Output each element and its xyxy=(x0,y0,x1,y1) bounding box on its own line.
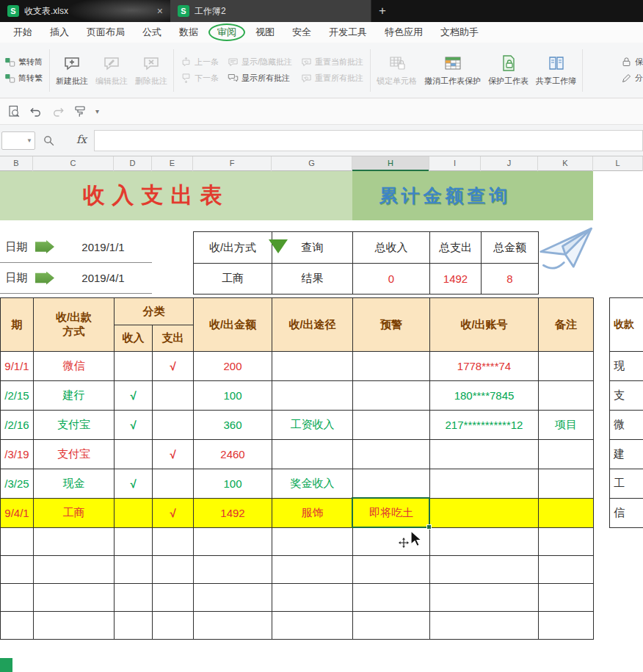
menu-insert[interactable]: 插入 xyxy=(41,22,78,43)
undo-icon[interactable] xyxy=(29,105,43,118)
name-box-arrow-icon[interactable]: ▼ xyxy=(26,137,32,144)
new-comment-button[interactable]: 新建批注 xyxy=(52,53,92,88)
reset-all-comments-button[interactable]: 重置所有批注 xyxy=(301,73,363,84)
side-table-item[interactable]: 支 xyxy=(610,381,643,411)
share-workbook-button[interactable]: 共享工作簿 xyxy=(532,53,580,88)
menu-special-features[interactable]: 特色应用 xyxy=(376,22,432,43)
edit-comment-button[interactable]: 编辑批注 xyxy=(92,53,131,88)
total-expense-value-cell[interactable]: 1492 xyxy=(430,264,482,295)
menu-data[interactable]: 数据 xyxy=(170,22,207,43)
empty-row[interactable] xyxy=(1,556,594,584)
zoom-search-icon[interactable] xyxy=(43,134,55,147)
chevron-down-icon[interactable]: ▾ xyxy=(95,107,99,115)
cell-note xyxy=(539,469,594,499)
header-expense[interactable]: 支出 xyxy=(153,325,194,352)
column-header-E[interactable]: E xyxy=(152,156,193,171)
new-document-tab-button[interactable]: + xyxy=(371,0,393,22)
column-header-G[interactable]: G xyxy=(272,156,352,171)
previous-comment-button[interactable]: 上一条 xyxy=(181,57,219,68)
total-expense-header-cell[interactable]: 总支出 xyxy=(430,232,482,264)
table-row[interactable]: /2/15 建行 √ 100 180****7845 xyxy=(1,381,594,411)
table-row[interactable]: /3/25 现金 √ 100 奖金收入 xyxy=(1,469,594,499)
document-tab-workbook2[interactable]: S 工作簿2 xyxy=(170,0,371,22)
menu-developer[interactable]: 开发工具 xyxy=(320,22,376,43)
delete-comment-button[interactable]: 删除批注 xyxy=(131,53,171,88)
table-row[interactable]: /3/19 支付宝 √ 2460 xyxy=(1,440,594,469)
column-header-I[interactable]: I xyxy=(429,156,481,171)
quick-access-toolbar: ▾ xyxy=(0,98,643,125)
menu-home[interactable]: 开始 xyxy=(4,22,41,43)
format-painter-icon[interactable] xyxy=(73,105,87,118)
header-date[interactable]: 期 xyxy=(1,298,34,352)
side-table-header[interactable]: 收款 xyxy=(610,298,643,352)
header-account[interactable]: 收/出账号 xyxy=(430,298,539,352)
menu-doc-assistant[interactable]: 文档助手 xyxy=(432,22,487,43)
formula-input[interactable] xyxy=(94,130,643,151)
end-date-cell[interactable]: 2019/4/1 xyxy=(54,272,152,284)
protect-sheet-button[interactable]: 保护工作表 xyxy=(484,53,532,88)
menu-view[interactable]: 视图 xyxy=(247,22,283,43)
column-header-K[interactable]: K xyxy=(538,156,593,171)
header-warning[interactable]: 预警 xyxy=(353,298,430,352)
total-amount-value-cell[interactable]: 8 xyxy=(482,264,539,295)
column-header-H[interactable]: H xyxy=(352,156,429,171)
simplified-to-traditional-button[interactable]: 简转繁 xyxy=(4,73,43,84)
sheet-tab-indicator[interactable] xyxy=(0,658,12,672)
lock-cell-button[interactable]: 锁定单元格 xyxy=(373,53,421,88)
button-label: 共享工作簿 xyxy=(536,76,576,87)
total-amount-header-cell[interactable]: 总金额 xyxy=(482,232,539,264)
header-income[interactable]: 收入 xyxy=(115,325,153,352)
name-box[interactable]: ▼ xyxy=(1,131,35,150)
empty-row[interactable] xyxy=(1,528,594,556)
result-label-cell[interactable]: 结果 xyxy=(272,264,353,295)
reset-current-comment-button[interactable]: 重置当前批注 xyxy=(301,57,363,68)
side-table-item[interactable]: 工 xyxy=(610,469,643,499)
method-value-cell[interactable]: 工商 xyxy=(194,264,272,295)
total-income-header-cell[interactable]: 总收入 xyxy=(353,232,430,264)
method-label-cell[interactable]: 收/出方式 xyxy=(194,232,272,264)
empty-row[interactable] xyxy=(1,584,594,612)
column-header-F[interactable]: F xyxy=(193,156,272,171)
comment-x-icon xyxy=(142,54,160,72)
print-preview-icon[interactable] xyxy=(7,105,21,118)
show-hide-comment-button[interactable]: 显示/隐藏批注 xyxy=(228,57,292,68)
empty-row[interactable] xyxy=(1,612,594,640)
total-income-value-cell[interactable]: 0 xyxy=(353,264,430,295)
header-method[interactable]: 收/出款 方式 xyxy=(34,298,115,352)
table-row-highlighted[interactable]: 9/4/1 工商 √ 1492 服饰 即将吃土 xyxy=(1,499,594,528)
redo-icon[interactable] xyxy=(51,105,65,118)
menu-page-layout[interactable]: 页面布局 xyxy=(78,22,134,43)
header-method-line1: 收/出款 xyxy=(34,311,114,325)
menu-security[interactable]: 安全 xyxy=(283,22,320,43)
header-amount[interactable]: 收/出金额 xyxy=(194,298,272,352)
menu-review[interactable]: 审阅 xyxy=(208,24,245,41)
side-table-item[interactable]: 信 xyxy=(610,499,643,528)
header-channel[interactable]: 收/出途径 xyxy=(272,298,353,352)
table-row[interactable]: /2/16 支付宝 √ 360 工资收入 217***********12 项目 xyxy=(1,411,594,440)
column-header-B[interactable]: B xyxy=(0,156,33,171)
ribbon-review: 繁转简 简转繁 新建批注 编辑批注 删除批注 上一条 xyxy=(0,43,643,98)
next-comment-button[interactable]: 下一条 xyxy=(181,73,219,84)
fx-label[interactable]: fx xyxy=(76,133,87,146)
show-all-comments-button[interactable]: 显示所有批注 xyxy=(228,73,292,84)
side-table-item[interactable]: 建 xyxy=(610,440,643,469)
table-row[interactable]: 9/1/1 微信 √ 200 1778****74 xyxy=(1,352,594,381)
dropdown-triangle-icon[interactable] xyxy=(269,239,288,253)
close-tab-icon[interactable]: × xyxy=(157,6,163,16)
allow-edit-ranges-button[interactable]: 分 xyxy=(621,73,643,84)
start-date-cell[interactable]: 2019/1/1 xyxy=(54,241,152,253)
protect-shared-workbook-button[interactable]: 保 xyxy=(621,57,643,68)
header-note[interactable]: 备注 xyxy=(539,298,594,352)
column-header-D[interactable]: D xyxy=(114,156,152,171)
document-tab-shouzhibiao[interactable]: S 收支表.xlsx × xyxy=(0,0,170,22)
side-table-item[interactable]: 现 xyxy=(610,352,643,381)
column-header-L[interactable]: L xyxy=(593,156,643,171)
header-category[interactable]: 分类 xyxy=(115,298,194,325)
side-table-item[interactable]: 微 xyxy=(610,411,643,440)
column-header-C[interactable]: C xyxy=(33,156,114,171)
menu-formulas[interactable]: 公式 xyxy=(134,22,170,43)
traditional-to-simplified-button[interactable]: 繁转简 xyxy=(4,57,43,68)
unprotect-sheet-button[interactable]: 撤消工作表保护 xyxy=(421,53,484,88)
column-header-J[interactable]: J xyxy=(481,156,538,171)
fill-handle[interactable] xyxy=(426,524,432,530)
